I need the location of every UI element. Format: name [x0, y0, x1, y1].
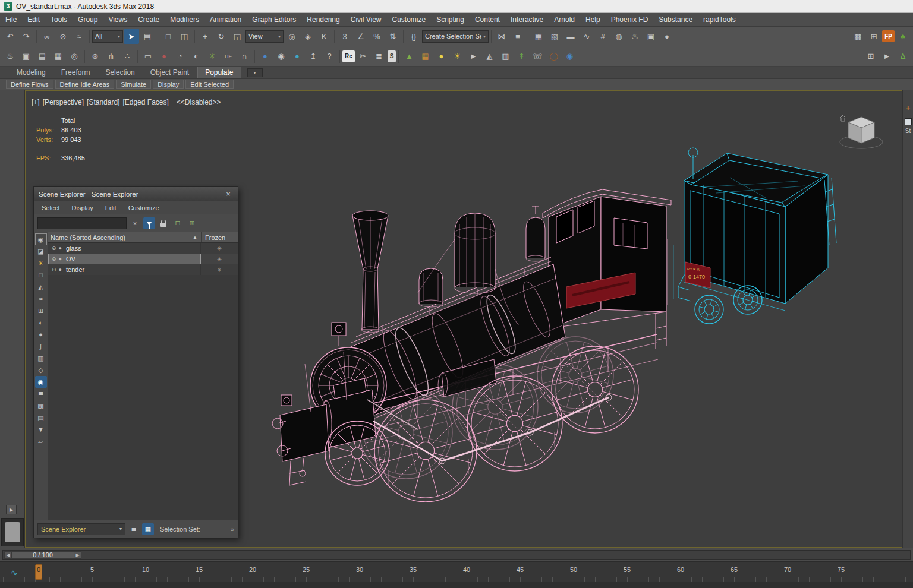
clear-search-icon[interactable]: × — [129, 217, 141, 229]
display-cameras-icon[interactable]: □ — [35, 269, 47, 281]
flask-icon[interactable]: Δ — [895, 49, 911, 64]
name-column-header[interactable]: Name (Sorted Ascending) ▲ — [48, 232, 201, 242]
substance-grid-icon[interactable]: ▩ — [850, 29, 865, 44]
menu-item-group[interactable]: Group — [73, 14, 103, 26]
camera-tools-icon[interactable]: ◎ — [67, 49, 82, 64]
ribbon-button-display[interactable]: Display — [153, 80, 184, 89]
grid-layers-icon[interactable]: ▤ — [34, 49, 50, 64]
curve-editor-icon[interactable]: ∿ — [579, 29, 594, 44]
tab-populate[interactable]: Populate — [197, 67, 241, 78]
select-and-rotate-icon[interactable]: ↻ — [213, 29, 229, 44]
arc-tool-icon[interactable]: ∩ — [237, 49, 252, 64]
explorer-mode-icon[interactable]: ▦ — [142, 523, 154, 535]
edit-named-selection-sets-icon[interactable]: {} — [406, 29, 421, 44]
material-editor-icon[interactable]: ◍ — [611, 29, 626, 44]
toggle-scene-explorer-icon[interactable]: ▦ — [531, 29, 546, 44]
frame-tick[interactable]: 15 — [196, 566, 203, 573]
panel-icon[interactable] — [905, 118, 912, 125]
create-panel-tab[interactable]: + — [903, 103, 913, 112]
ribbon-button-edit-selected[interactable]: Edit Selected — [185, 80, 234, 89]
list-item[interactable]: ⊙●OV✳ — [48, 254, 238, 264]
menu-item-interactive[interactable]: Interactive — [505, 14, 549, 26]
book-icon[interactable]: ▥ — [498, 49, 513, 64]
display-all-icon[interactable]: ◉ — [35, 233, 47, 245]
viewport-menu-segment-3[interactable]: [Edged Faces] — [122, 98, 168, 106]
select-by-name-icon[interactable]: ▤ — [140, 29, 155, 44]
frame-tick[interactable]: 40 — [463, 566, 470, 573]
globe-user-icon[interactable]: ◉ — [562, 49, 577, 64]
hf-probe-icon[interactable]: HF — [221, 49, 236, 64]
menu-item-tools[interactable]: Tools — [45, 14, 73, 26]
camera-gear-icon[interactable]: ◉ — [273, 49, 289, 64]
toggle-layer-explorer-icon[interactable]: ▧ — [547, 29, 562, 44]
display-spacewarps-icon[interactable]: ≈ — [35, 293, 47, 305]
menu-item-rendering[interactable]: Rendering — [301, 14, 345, 26]
list-item[interactable]: ⊙●tender✳ — [48, 264, 238, 275]
named-selection-sets-dropdown[interactable]: Create Selection Se▾ — [422, 30, 489, 43]
bulb-icon[interactable]: ● — [433, 49, 449, 64]
tab-freeform[interactable]: Freeform — [54, 67, 97, 78]
frame-tick[interactable]: 75 — [838, 566, 845, 573]
select-and-link-icon[interactable]: ∞ — [39, 29, 55, 44]
bind-to-space-warp-icon[interactable]: ≈ — [71, 29, 87, 44]
menu-item-create[interactable]: Create — [133, 14, 165, 26]
toggle-ribbon-icon[interactable]: ▬ — [563, 29, 578, 44]
se-menu-display[interactable]: Display — [67, 203, 99, 213]
menu-item-civil-view[interactable]: Civil View — [345, 14, 387, 26]
gear-globe-icon[interactable]: ◐ — [188, 49, 204, 64]
terrain-icon[interactable]: ▲ — [401, 49, 417, 64]
rectangular-selection-region-icon[interactable]: □ — [160, 29, 176, 44]
display-containers-icon[interactable]: ▥ — [35, 352, 47, 364]
next-frame-button[interactable]: ▶ — [74, 551, 81, 559]
display-shapes-icon[interactable]: ◇ — [35, 364, 47, 376]
overflow-chevrons[interactable]: » — [231, 526, 234, 533]
scene-explorer-search-input[interactable] — [37, 217, 127, 229]
viewport-menu-segment-1[interactable]: [Perspective] — [43, 98, 84, 106]
display-bones-icon[interactable]: ∫ — [35, 340, 47, 352]
frozen-column-header[interactable]: Frozen — [201, 232, 238, 242]
display-groups-icon[interactable]: ⊞ — [35, 305, 47, 317]
visibility-eye-icon[interactable]: ⊙ — [52, 256, 56, 262]
redo-icon[interactable]: ↷ — [18, 29, 34, 44]
frame-tick[interactable]: 10 — [142, 566, 149, 573]
sphere-blue-icon[interactable]: ● — [257, 49, 273, 64]
crates-icon[interactable]: ▦ — [417, 49, 433, 64]
perspective-viewport[interactable]: [+][Perspective][Standard][Edged Faces]<… — [25, 90, 902, 548]
menu-item-graph-editors[interactable]: Graph Editors — [247, 14, 301, 26]
display-materials-icon[interactable]: ● — [35, 328, 47, 340]
se-menu-customize[interactable]: Customize — [123, 203, 165, 213]
display-xrefs-icon[interactable]: ◐ — [35, 317, 47, 328]
display-visibility-icon[interactable]: ◉ — [35, 376, 47, 388]
snaps-toggle-icon[interactable]: 3 — [337, 29, 352, 44]
ocean-ball-icon[interactable]: ● — [289, 49, 305, 64]
menu-item-help[interactable]: Help — [580, 14, 606, 26]
timeline-ruler[interactable]: ∿ 051015202530354045505560657075 — [0, 561, 913, 588]
s-sheet-badge[interactable]: S — [388, 50, 396, 62]
list-empty-area[interactable] — [48, 275, 238, 520]
selection-filter-dropdown[interactable]: All▾ — [92, 30, 123, 43]
selection-dot-icon[interactable]: ● — [59, 256, 62, 262]
frame-tick[interactable]: 55 — [624, 566, 631, 573]
network-icon[interactable]: ⊛ — [87, 49, 103, 64]
filter-funnel-icon[interactable] — [143, 217, 155, 229]
frame-tick[interactable]: 50 — [570, 566, 577, 573]
frame-tick[interactable]: 65 — [731, 566, 738, 573]
trackbar-curves-icon[interactable]: ∿ — [11, 568, 18, 577]
frame-tick[interactable]: 5 — [90, 566, 94, 573]
render-teapot-icon[interactable]: ♨ — [2, 49, 18, 64]
viewport-menu-segment-2[interactable]: [Standard] — [87, 98, 119, 106]
sphere-maroon-icon[interactable]: ● — [156, 49, 172, 64]
undo-icon[interactable]: ↶ — [2, 29, 18, 44]
expand-hierarchy-icon[interactable]: ⊞ — [186, 217, 198, 229]
ribbon-button-define-flows[interactable]: Define Flows — [6, 80, 53, 89]
viewport-menu-segment-0[interactable]: [+] — [32, 98, 40, 106]
list-header[interactable]: Name (Sorted Ascending) ▲ Frozen — [48, 232, 238, 243]
spinner-snap-icon[interactable]: ⇅ — [385, 29, 401, 44]
unlink-selection-icon[interactable]: ⊘ — [55, 29, 71, 44]
menu-item-arnold[interactable]: Arnold — [549, 14, 580, 26]
help-circle-icon[interactable]: ? — [322, 49, 337, 64]
display-notes-icon[interactable]: ▤ — [35, 412, 47, 423]
menu-item-phoenix-fd[interactable]: Phoenix FD — [606, 14, 654, 26]
populate-flyout-button[interactable]: ▾ — [247, 68, 263, 77]
window-crossing-icon[interactable]: ◫ — [177, 29, 192, 44]
